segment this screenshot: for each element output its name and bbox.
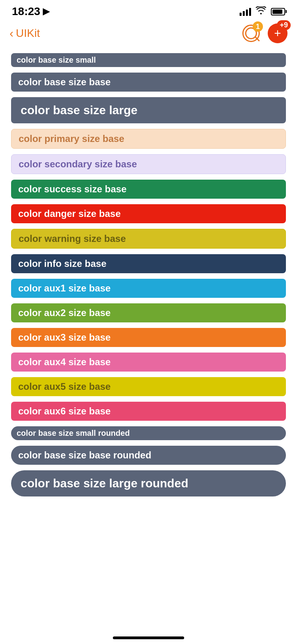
home-indicator <box>113 636 184 639</box>
signal-icon <box>240 7 251 16</box>
chip-base-base[interactable]: color base size base <box>11 73 286 92</box>
add-notification-badge: +9 <box>277 20 291 30</box>
status-icons <box>240 6 285 17</box>
wifi-icon <box>256 6 266 17</box>
back-label: UIKit <box>16 27 40 40</box>
chips-list: color base size smallcolor base size bas… <box>0 49 297 512</box>
chip-base-large[interactable]: color base size large <box>11 97 286 123</box>
chip-aux5-base[interactable]: color aux5 size base <box>11 377 286 396</box>
chip-aux2-base[interactable]: color aux2 size base <box>11 303 286 322</box>
search-notification-badge: 1 <box>253 21 263 32</box>
header-actions: 1 + +9 <box>242 23 287 43</box>
location-arrow-icon: ▶ <box>43 6 50 17</box>
chip-base-small-rounded[interactable]: color base size small rounded <box>11 426 286 440</box>
chip-info-base[interactable]: color info size base <box>11 254 286 273</box>
header: ‹ UIKit 1 + +9 <box>0 21 297 49</box>
chip-base-large-rounded[interactable]: color base size large rounded <box>11 470 286 496</box>
back-button[interactable]: ‹ UIKit <box>10 27 40 40</box>
chip-success-base[interactable]: color success size base <box>11 180 286 199</box>
chip-base-base-rounded[interactable]: color base size base rounded <box>11 446 286 465</box>
chip-base-small[interactable]: color base size small <box>11 53 286 67</box>
chip-aux3-base[interactable]: color aux3 size base <box>11 328 286 347</box>
chip-primary-base[interactable]: color primary size base <box>11 129 286 149</box>
chip-secondary-base[interactable]: color secondary size base <box>11 154 286 174</box>
chip-aux6-base[interactable]: color aux6 size base <box>11 402 286 421</box>
chip-danger-base[interactable]: color danger size base <box>11 204 286 223</box>
chevron-left-icon: ‹ <box>10 27 13 40</box>
search-button[interactable]: 1 <box>242 25 260 42</box>
chip-aux4-base[interactable]: color aux4 size base <box>11 353 286 372</box>
battery-icon <box>271 8 285 15</box>
time-display: 18:23 <box>12 5 40 18</box>
status-bar: 18:23 ▶ <box>0 0 297 21</box>
chip-aux1-base[interactable]: color aux1 size base <box>11 279 286 298</box>
status-time: 18:23 ▶ <box>12 5 50 18</box>
add-button[interactable]: + +9 <box>268 23 287 43</box>
chip-warning-base[interactable]: color warning size base <box>11 229 286 249</box>
